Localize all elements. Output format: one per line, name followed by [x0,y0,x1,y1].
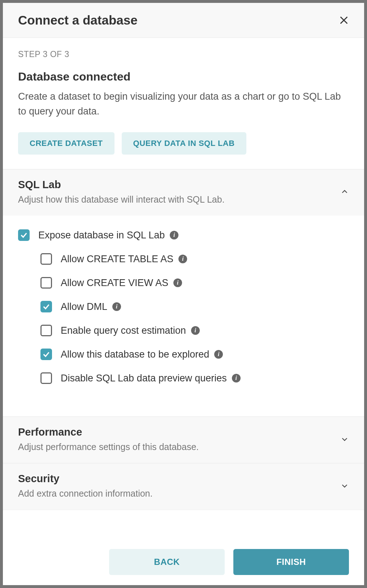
info-icon[interactable]: i [232,374,241,382]
section-security-description: Add extra connection information. [18,488,340,499]
section-security: Security Add extra connection informatio… [3,463,364,510]
section-security-title: Security [18,473,340,485]
section-performance-description: Adjust performance settings of this data… [18,442,340,452]
section-sql-lab: SQL Lab Adjust how this database will in… [3,169,364,416]
info-icon[interactable]: i [178,255,187,263]
option-allow-explored: Allow this database to be explored i [40,349,349,360]
modal-title: Connect a database [18,13,138,27]
chevron-down-icon [340,481,349,490]
checkbox-allow-dml[interactable] [40,301,52,312]
checkbox-allow-create-table[interactable] [40,253,52,265]
section-header-text: Performance Adjust performance settings … [18,426,340,452]
chevron-down-icon [340,435,349,444]
info-icon[interactable]: i [170,231,178,239]
option-cost-estimation: Enable query cost estimation i [40,325,349,336]
connect-database-modal: Connect a database STEP 3 OF 3 Database … [3,3,364,585]
section-sql-lab-body: Expose database in SQL Lab i Allow CREAT… [3,216,364,416]
close-button[interactable] [337,14,350,27]
spacer [3,510,364,539]
info-icon[interactable]: i [112,302,121,311]
info-icon[interactable]: i [214,350,223,359]
section-sql-lab-description: Adjust how this database will interact w… [18,194,340,205]
create-dataset-button[interactable]: CREATE DATASET [18,132,115,155]
label-cost-estimation: Enable query cost estimation [61,325,186,336]
option-disable-preview: Disable SQL Lab data preview queries i [40,372,349,384]
checkbox-allow-create-view[interactable] [40,277,52,289]
modal-footer: BACK FINISH [3,539,364,585]
checkbox-cost-estimation[interactable] [40,325,52,336]
section-header-text: SQL Lab Adjust how this database will in… [18,179,340,205]
option-allow-create-view: Allow CREATE VIEW AS i [40,277,349,289]
option-expose-database: Expose database in SQL Lab i [18,229,349,241]
label-expose-database: Expose database in SQL Lab [38,230,165,241]
label-disable-preview: Disable SQL Lab data preview queries [61,373,227,384]
checkbox-expose-database[interactable] [18,229,30,241]
label-allow-create-view: Allow CREATE VIEW AS [61,277,168,289]
section-sql-lab-title: SQL Lab [18,179,340,191]
finish-button[interactable]: FINISH [233,549,349,575]
back-button[interactable]: BACK [109,549,225,575]
chevron-up-icon [340,187,349,196]
option-allow-dml: Allow DML i [40,301,349,312]
connected-title: Database connected [18,70,349,83]
section-performance-header[interactable]: Performance Adjust performance settings … [3,417,364,463]
section-security-header[interactable]: Security Add extra connection informatio… [3,463,364,510]
info-icon[interactable]: i [191,326,200,335]
close-icon [339,15,349,25]
label-allow-create-table: Allow CREATE TABLE AS [61,254,173,265]
checkbox-allow-explored[interactable] [40,349,52,360]
info-icon[interactable]: i [173,278,182,287]
query-sql-lab-button[interactable]: QUERY DATA IN SQL LAB [122,132,246,155]
label-allow-dml: Allow DML [61,301,107,312]
section-performance-title: Performance [18,426,340,438]
connected-description: Create a dataset to begin visualizing yo… [18,89,349,118]
section-sql-lab-header[interactable]: SQL Lab Adjust how this database will in… [3,169,364,216]
modal-header: Connect a database [3,3,364,38]
option-allow-create-table: Allow CREATE TABLE AS i [40,253,349,265]
section-performance: Performance Adjust performance settings … [3,416,364,463]
content-intro: STEP 3 OF 3 Database connected Create a … [3,38,364,169]
action-buttons: CREATE DATASET QUERY DATA IN SQL LAB [18,132,349,155]
section-header-text: Security Add extra connection informatio… [18,473,340,499]
checkbox-disable-preview[interactable] [40,372,52,384]
step-label: STEP 3 OF 3 [18,49,349,59]
label-allow-explored: Allow this database to be explored [61,349,209,360]
